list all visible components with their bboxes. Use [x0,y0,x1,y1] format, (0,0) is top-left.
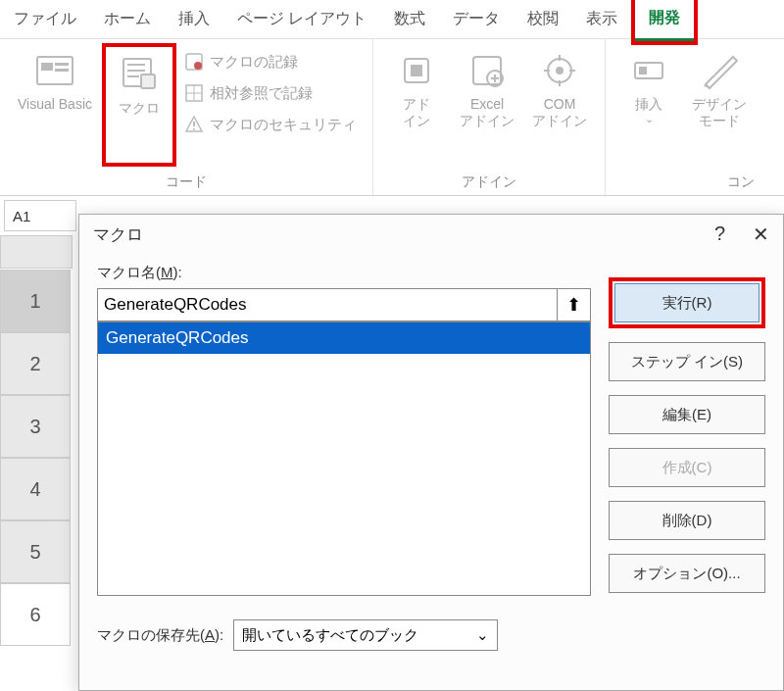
record-macro-label: マクロの記録 [210,53,298,72]
run-button[interactable]: 実行(R) [614,283,760,322]
excel-addin-label: Excel アドイン [460,96,514,129]
row-header-3[interactable]: 3 [0,395,71,458]
row-header-5[interactable]: 5 [0,520,71,583]
dialog-title: マクロ [93,223,143,246]
svg-point-24 [556,67,564,74]
tab-developer[interactable]: 開発 [635,0,694,41]
row-header-6[interactable]: 6 [0,583,71,646]
addin-label: アド イン [403,96,430,129]
create-button[interactable]: 作成(C) [609,448,765,487]
macro-security-button[interactable]: マクロのセキュリティ [178,112,363,137]
record-macro-button[interactable]: マクロの記録 [178,49,363,74]
dialog-titlebar[interactable]: マクロ ? ✕ [79,215,783,254]
svg-rect-18 [411,65,422,76]
save-location-value: 開いているすべてのブック [242,626,418,645]
tab-review[interactable]: 校閲 [514,0,572,39]
select-all-corner[interactable] [0,235,73,269]
excel-addin-button[interactable]: Excel アドイン [452,43,522,159]
chevron-down-icon: ⌄ [645,113,654,125]
tab-insert[interactable]: 挿入 [165,0,223,39]
tab-home[interactable]: ホーム [90,0,165,39]
design-mode-label: デザイン モード [692,96,747,129]
tab-data[interactable]: データ [439,0,514,39]
tab-view[interactable]: 表示 [572,0,631,39]
relative-ref-button[interactable]: 相対参照で記録 [178,80,363,106]
save-location-select[interactable]: 開いているすべてのブック ⌄ [233,619,498,651]
row-header-4[interactable]: 4 [0,458,71,520]
svg-marker-31 [706,57,737,88]
chevron-down-icon: ⌄ [476,626,489,644]
close-button[interactable]: ✕ [753,222,769,246]
step-in-button[interactable]: ステップ イン(S) [609,342,765,381]
svg-rect-1 [41,63,53,71]
relative-ref-label: 相対参照で記録 [210,84,313,103]
reference-edit-button[interactable]: ⬆ [558,288,591,321]
name-box[interactable]: A1 [4,200,76,231]
macro-dialog: マクロ ? ✕ マクロ名(M): ⬆ GenerateQRCodes マクロの保… [78,214,784,691]
insert-control-button[interactable]: 挿入 ⌄ [615,43,682,159]
ribbon-content: Visual Basic マクロ マクロの記録 相対参照で記録 [0,39,784,196]
macro-list[interactable]: GenerateQRCodes [97,321,591,596]
macro-list-item[interactable]: GenerateQRCodes [98,322,590,354]
macros-button[interactable]: マクロ [106,47,172,163]
ribbon-group-code: Visual Basic マクロ マクロの記録 相対参照で記録 [0,39,373,195]
options-button[interactable]: オプション(O)... [609,554,765,593]
group-code-label: コード [166,170,207,193]
svg-rect-30 [639,67,647,74]
macro-name-input[interactable] [97,288,558,321]
group-addins-label: アドイン [462,170,516,193]
svg-rect-3 [55,69,69,72]
tab-formula[interactable]: 数式 [380,0,439,39]
ribbon-group-controls: 挿入 ⌄ デザイン モード コン [606,39,764,195]
tab-file[interactable]: ファイル [0,0,90,39]
delete-button[interactable]: 削除(D) [609,501,765,540]
row-header-2[interactable]: 2 [0,332,71,395]
help-button[interactable]: ? [714,222,725,246]
addin-button[interactable]: アド イン [383,43,450,159]
svg-rect-2 [55,63,69,66]
visual-basic-button[interactable]: Visual Basic [10,43,100,159]
up-arrow-icon: ⬆ [566,294,581,316]
row-header-1[interactable]: 1 [0,270,71,332]
svg-rect-8 [141,74,155,88]
macro-name-label: マクロ名(M): [97,264,591,282]
group-controls-label: コン [727,170,755,193]
com-addin-button[interactable]: COM アドイン [524,43,595,159]
com-addin-label: COM アドイン [532,96,587,129]
ribbon-tabs: ファイル ホーム 挿入 ページ レイアウト 数式 データ 校閲 表示 開発 [0,0,784,39]
design-mode-button[interactable]: デザイン モード [684,43,755,159]
save-location-label: マクロの保存先(A): [97,626,223,645]
visual-basic-label: Visual Basic [18,96,92,113]
svg-point-16 [193,128,195,130]
ribbon-group-addins: アド イン Excel アドイン COM アドイン アドイン [373,39,606,195]
macros-label: マクロ [119,100,160,117]
macro-security-label: マクロのセキュリティ [210,116,357,134]
edit-button[interactable]: 編集(E) [609,395,765,434]
tab-pagelayout[interactable]: ページ レイアウト [223,0,380,39]
insert-control-label: 挿入 [635,96,662,113]
svg-point-10 [194,62,202,70]
